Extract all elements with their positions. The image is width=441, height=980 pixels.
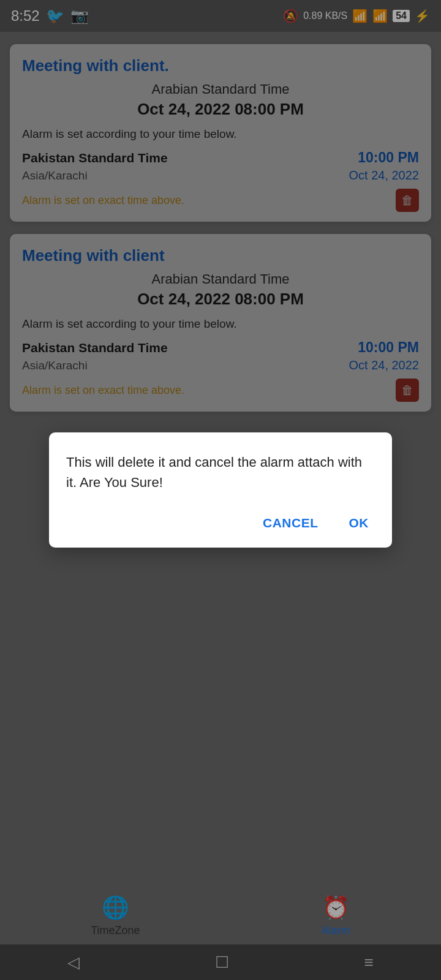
cancel-button[interactable]: CANCEL: [257, 511, 325, 535]
dialog-actions: CANCEL OK: [66, 511, 375, 535]
confirm-dialog: This will delete it and cancel the alarm…: [49, 432, 392, 548]
dialog-overlay: This will delete it and cancel the alarm…: [0, 0, 441, 980]
dialog-message: This will delete it and cancel the alarm…: [66, 452, 375, 492]
ok-button[interactable]: OK: [343, 511, 375, 535]
